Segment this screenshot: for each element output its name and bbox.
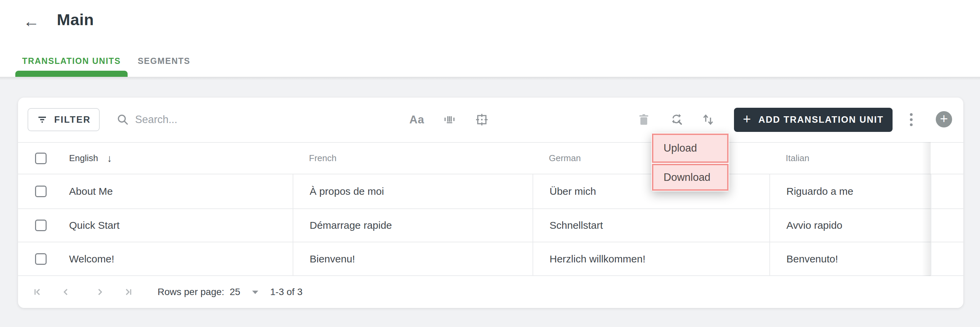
search-input[interactable] (135, 114, 312, 126)
row-checkbox[interactable] (35, 220, 47, 231)
first-page-button[interactable] (29, 284, 46, 300)
cell-text: Quick Start (69, 220, 119, 231)
column-header-german[interactable]: German (533, 143, 769, 174)
first-page-icon (31, 286, 43, 298)
delete-selected-button[interactable] (632, 108, 656, 131)
filter-button-label: FILTER (54, 114, 91, 125)
find-replace-icon (669, 112, 684, 127)
previous-page-button[interactable] (57, 284, 74, 300)
cell-english[interactable]: Quick Start (18, 209, 293, 242)
cell-german[interactable]: Schnellstart (533, 209, 769, 242)
select-all-checkbox[interactable] (35, 152, 47, 164)
menu-item-download[interactable]: Download (652, 164, 729, 191)
last-page-icon (122, 286, 134, 298)
active-tab-indicator (15, 71, 127, 77)
tab-label: TRANSLATION UNITS (22, 56, 121, 66)
row-checkbox[interactable] (35, 253, 47, 265)
cell-italian[interactable]: Avvio rapido (769, 209, 931, 242)
search-icon (116, 113, 130, 127)
column-label: English (69, 153, 98, 164)
cell-text: Welcome! (69, 253, 115, 265)
add-translation-unit-button[interactable]: + ADD TRANSLATION UNIT (734, 108, 892, 132)
column-label: French (309, 153, 337, 164)
cell-text: À propos de moi (310, 186, 384, 197)
trash-icon (637, 113, 651, 127)
page-title: Main (57, 10, 94, 29)
sort-order-button[interactable] (696, 108, 721, 131)
column-header-english[interactable]: English ↓ (18, 143, 293, 174)
barcode-icon (442, 113, 457, 127)
add-translation-unit-label: ADD TRANSLATION UNIT (759, 114, 884, 125)
search-bar (116, 108, 327, 131)
tab-label: SEGMENTS (138, 56, 191, 66)
cell-empty (931, 175, 963, 208)
chevron-down-icon[interactable] (252, 290, 258, 294)
cell-text: Herzlich willkommen! (550, 253, 646, 265)
tab-segments[interactable]: SEGMENTS (128, 51, 200, 71)
table-footer: Rows per page: 25 1-3 of 3 (18, 276, 963, 308)
focus-frame-toggle[interactable] (469, 108, 494, 131)
cell-empty (931, 242, 963, 275)
cell-french[interactable]: À propos de moi (293, 175, 533, 208)
column-label: Italian (786, 153, 809, 164)
filter-button[interactable]: FILTER (27, 108, 100, 131)
barcode-view-toggle[interactable] (437, 108, 462, 131)
cell-text: Schnellstart (550, 220, 603, 231)
next-page-button[interactable] (92, 284, 108, 300)
table-row[interactable]: Quick Start Démarrage rapide Schnellstar… (18, 209, 963, 242)
find-replace-button[interactable] (665, 108, 689, 131)
rows-per-page-select[interactable]: 25 (230, 276, 240, 308)
cell-text: Über mich (550, 186, 596, 197)
chevron-left-icon (60, 286, 72, 298)
header-shadow (0, 77, 980, 80)
cell-text: Bienvenu! (310, 253, 355, 265)
add-language-button[interactable]: + (936, 111, 952, 127)
rows-per-page-label: Rows per page: (158, 276, 224, 308)
translation-units-table: English ↓ French German Italian About Me (18, 142, 963, 276)
tab-translation-units[interactable]: TRANSLATION UNITS (15, 51, 127, 71)
menu-item-label: Download (663, 171, 711, 184)
cell-french[interactable]: Bienvenu! (293, 242, 533, 275)
last-page-button[interactable] (120, 284, 137, 300)
cell-text: Benvenuto! (786, 253, 838, 265)
chevron-right-icon (94, 286, 106, 298)
app-header: ← Main TRANSLATION UNITS SEGMENTS (0, 0, 980, 77)
cell-english[interactable]: About Me (18, 175, 293, 208)
import-export-menu: Upload Download (651, 133, 729, 191)
cell-italian[interactable]: Benvenuto! (769, 242, 931, 275)
cell-german[interactable]: Über mich (533, 175, 769, 208)
cell-italian[interactable]: Riguardo a me (769, 175, 931, 208)
sort-desc-icon[interactable]: ↓ (107, 152, 112, 164)
table-row[interactable]: About Me À propos de moi Über mich Rigua… (18, 175, 963, 209)
case-sensitive-toggle[interactable]: Aa (404, 108, 429, 131)
row-checkbox[interactable] (35, 186, 47, 197)
cell-english[interactable]: Welcome! (18, 242, 293, 275)
focus-frame-icon (474, 112, 489, 127)
cell-text: Avvio rapido (786, 220, 843, 231)
back-arrow-icon: ← (23, 12, 40, 30)
table-row[interactable]: Welcome! Bienvenu! Herzlich willkommen! … (18, 242, 963, 276)
back-button[interactable]: ← (19, 9, 43, 33)
content-area: FILTER Aa (0, 80, 980, 327)
toolbar: FILTER Aa (18, 98, 963, 142)
more-options-button[interactable] (899, 108, 924, 131)
cell-french[interactable]: Démarrage rapide (293, 209, 533, 242)
column-header-french[interactable]: French (293, 143, 533, 174)
arrows-up-down-icon (701, 112, 716, 127)
cell-empty (931, 209, 963, 242)
cell-text: Démarrage rapide (310, 220, 392, 231)
column-header-italian[interactable]: Italian (769, 143, 931, 174)
pagination-range: 1-3 of 3 (270, 276, 302, 308)
menu-item-label: Upload (663, 142, 697, 154)
table-header-row: English ↓ French German Italian (18, 142, 963, 175)
column-label: German (549, 153, 581, 164)
cell-text: Riguardo a me (786, 186, 853, 197)
cell-german[interactable]: Herzlich willkommen! (533, 242, 769, 275)
case-sensitive-icon: Aa (409, 113, 424, 126)
translation-units-card: FILTER Aa (18, 98, 963, 308)
kebab-icon (910, 113, 913, 116)
column-header-empty (931, 143, 963, 174)
filter-icon (37, 114, 48, 125)
menu-item-upload[interactable]: Upload (652, 133, 729, 163)
cell-text: About Me (69, 186, 113, 197)
